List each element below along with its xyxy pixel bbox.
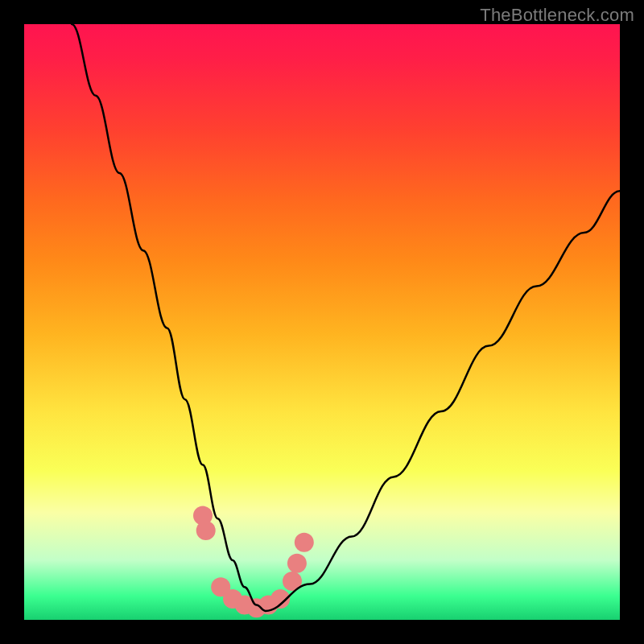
highlight-dot <box>196 521 216 540</box>
bottleneck-curve-line <box>72 24 620 611</box>
highlight-dot <box>295 533 314 552</box>
highlight-dot <box>287 554 307 573</box>
watermark-text: TheBottleneck.com <box>480 5 634 26</box>
bottleneck-chart <box>24 24 620 620</box>
